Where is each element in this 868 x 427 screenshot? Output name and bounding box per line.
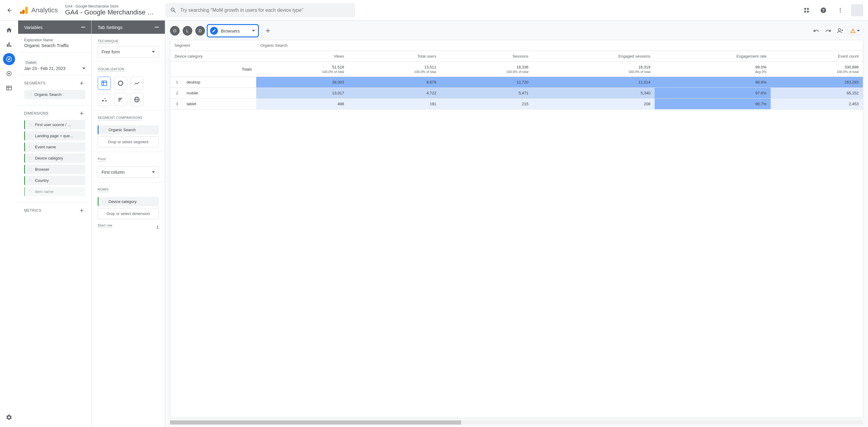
- drag-handle-icon: ⋮⋮: [28, 168, 33, 171]
- tab-settings-title: Tab Settings: [98, 25, 123, 30]
- nav-explore[interactable]: [3, 53, 15, 65]
- results-table: Segment Organic Search Device categoryVi…: [170, 40, 863, 110]
- plus-icon: [79, 110, 85, 116]
- svg-rect-29: [119, 99, 121, 100]
- date-badge: Custom: [24, 60, 38, 65]
- scroll-thumb[interactable]: [170, 420, 461, 425]
- exploration-name-value[interactable]: Organic Search Traffic: [24, 43, 85, 48]
- active-tab[interactable]: Browsers: [207, 24, 259, 37]
- segment-comparison-chip[interactable]: ⋮⋮Organic Search: [98, 125, 159, 134]
- arrow-left-icon: [7, 7, 13, 13]
- row-dimension: tablet: [182, 99, 256, 110]
- help-button[interactable]: ?: [817, 4, 830, 16]
- add-segment-button[interactable]: [78, 80, 85, 87]
- metric-header[interactable]: Sessions: [440, 51, 532, 62]
- viz-scatter-button[interactable]: [98, 93, 111, 106]
- redo-button[interactable]: [823, 25, 834, 36]
- technique-value: Free form: [101, 50, 120, 54]
- tab-chip[interactable]: O: [170, 26, 180, 36]
- dimension-chip[interactable]: ⋮⋮Device category: [24, 153, 85, 163]
- totals-cell: 89.0%Avg 0%: [655, 62, 771, 77]
- search-input[interactable]: [180, 7, 350, 13]
- add-tab-button[interactable]: [262, 25, 274, 37]
- collapse-variables-button[interactable]: [81, 27, 85, 27]
- back-button[interactable]: [5, 5, 14, 15]
- collapse-settings-button[interactable]: [155, 27, 159, 27]
- dimension-chip[interactable]: ⋮⋮Item name: [24, 187, 85, 196]
- viz-donut-button[interactable]: [114, 77, 127, 90]
- viz-table-button[interactable]: [98, 77, 111, 90]
- table-row[interactable]: 3tablet49819121520896.7%2,453: [170, 99, 863, 110]
- metric-header[interactable]: Views: [256, 51, 348, 62]
- svg-rect-4: [807, 8, 809, 10]
- chevron-down-icon: [857, 30, 860, 32]
- edit-tab-icon: [210, 27, 218, 35]
- metric-header[interactable]: Total users: [348, 51, 441, 62]
- dimension-chip[interactable]: ⋮⋮Landing page + que…: [24, 131, 85, 141]
- table-row[interactable]: 1desktop38,0038,67812,72011,01486.6%263,…: [170, 77, 863, 88]
- metric-cell: 208: [532, 99, 655, 110]
- nav-advertising[interactable]: [3, 67, 15, 80]
- scatter-icon: [101, 96, 107, 103]
- chip-label: Organic Search: [108, 127, 135, 132]
- dimension-chip[interactable]: ⋮⋮Browser: [24, 165, 85, 174]
- dimension-chip[interactable]: ⋮⋮First user source / …: [24, 120, 85, 129]
- chip-label: Event name: [35, 145, 56, 149]
- nav-admin[interactable]: [3, 411, 15, 423]
- nav-configure[interactable]: [3, 82, 15, 94]
- segment-chip[interactable]: ⋮⋮Organic Search: [24, 90, 85, 99]
- apps-button[interactable]: [801, 4, 812, 16]
- pivot-select[interactable]: First column: [98, 166, 159, 178]
- row-dimension: desktop: [182, 77, 256, 88]
- date-range-picker[interactable]: Jan 23 - Feb 21, 2023: [24, 66, 85, 71]
- totals-cell: 18,336100.0% of total: [440, 62, 532, 77]
- plus-icon: [79, 80, 85, 86]
- property-title-block[interactable]: GA4 - Google Merchandise Store GA4 - Goo…: [65, 4, 156, 16]
- svg-point-27: [105, 100, 107, 102]
- nav-home[interactable]: [3, 24, 15, 36]
- start-row-value[interactable]: 1: [156, 225, 159, 230]
- totals-cell: 16,319100.0% of total: [532, 62, 655, 77]
- metric-cell: 191: [348, 99, 441, 110]
- metric-header[interactable]: Engaged sessions: [532, 51, 655, 62]
- rows-dropzone[interactable]: Drop or select dimension: [98, 208, 159, 219]
- tab-chip[interactable]: L: [183, 26, 192, 36]
- results-table-wrap[interactable]: Segment Organic Search Device categoryVi…: [170, 40, 863, 418]
- row-dimension-chip[interactable]: ⋮⋮Device category: [98, 197, 159, 206]
- segment-header-value: Organic Search: [256, 40, 863, 51]
- viz-bar-button[interactable]: [114, 93, 127, 106]
- svg-rect-3: [804, 8, 806, 10]
- target-icon: [6, 70, 12, 77]
- search-container: [165, 3, 355, 18]
- technique-select[interactable]: Free form: [98, 46, 159, 58]
- metric-header[interactable]: Engagement rate: [655, 51, 771, 62]
- dimension-chip[interactable]: ⋮⋮Event name: [24, 142, 85, 152]
- more-button[interactable]: [834, 4, 846, 16]
- tab-chip[interactable]: D: [195, 26, 205, 36]
- table-row[interactable]: 2mobile13,0174,7225,4715,34097.6%65,152: [170, 88, 863, 99]
- undo-button[interactable]: [811, 25, 822, 36]
- svg-rect-14: [10, 45, 11, 47]
- add-dimension-button[interactable]: [78, 110, 85, 117]
- dimension-chip[interactable]: ⋮⋮Country: [24, 176, 85, 185]
- add-metric-button[interactable]: [78, 207, 85, 214]
- sampling-warning-button[interactable]: [847, 27, 863, 35]
- drag-handle-icon: ⋮⋮: [28, 134, 33, 138]
- table-viz-icon: [101, 80, 107, 87]
- search-box[interactable]: [165, 3, 355, 18]
- metric-header[interactable]: Event count: [771, 51, 863, 62]
- viz-line-button[interactable]: [130, 77, 144, 90]
- drag-handle-icon: ⋮⋮: [28, 179, 33, 182]
- metric-cell: 498: [256, 99, 348, 110]
- row-index: 2: [170, 88, 182, 99]
- viz-geo-button[interactable]: [130, 93, 144, 106]
- plus-icon: [79, 208, 85, 214]
- help-icon: ?: [820, 7, 827, 13]
- share-button[interactable]: [835, 25, 846, 36]
- account-avatar[interactable]: [851, 4, 863, 16]
- metric-cell: 5,471: [440, 88, 532, 99]
- dimensions-label: DIMENSIONS: [24, 111, 49, 116]
- segment-dropzone[interactable]: Drop or select segment: [98, 136, 159, 148]
- nav-reports[interactable]: [3, 39, 15, 51]
- horizontal-scrollbar[interactable]: [170, 420, 863, 425]
